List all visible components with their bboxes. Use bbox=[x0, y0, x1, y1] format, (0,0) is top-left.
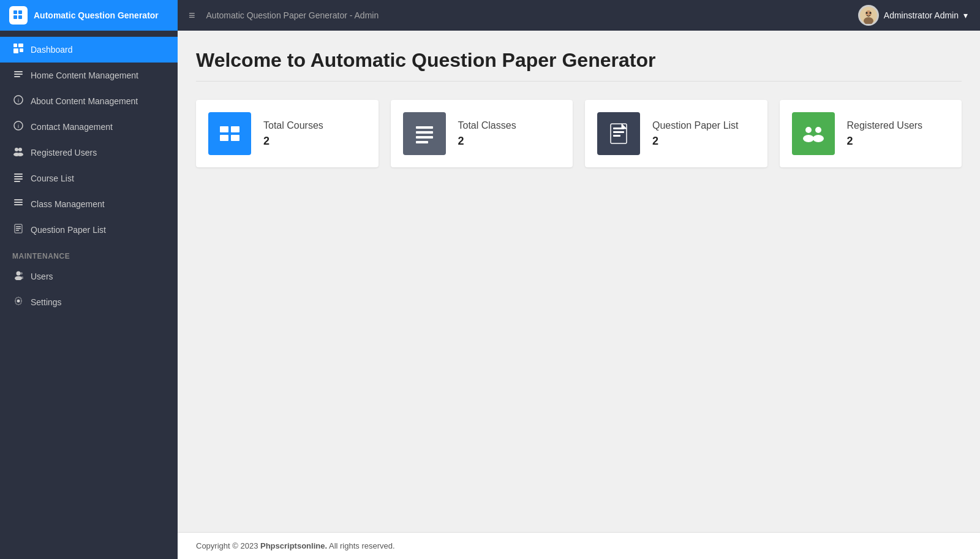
main-content: Welcome to Automatic Question Paper Gene… bbox=[178, 31, 980, 559]
svg-point-54 bbox=[803, 135, 814, 142]
contact-icon: i bbox=[12, 121, 24, 133]
svg-point-53 bbox=[815, 127, 821, 133]
card-label-classes: Total Classes bbox=[458, 120, 516, 131]
svg-point-52 bbox=[805, 127, 812, 133]
dashboard-cards-row: Total Courses 2 To bbox=[196, 100, 962, 167]
svg-rect-0 bbox=[13, 10, 17, 14]
svg-rect-43 bbox=[231, 135, 239, 141]
brand-icon bbox=[9, 6, 28, 25]
card-info-classes: Total Classes 2 bbox=[458, 120, 516, 148]
sidebar-item-course-list[interactable]: Course List bbox=[0, 165, 178, 191]
svg-text:i: i bbox=[18, 97, 19, 104]
svg-rect-3 bbox=[18, 15, 22, 19]
svg-rect-24 bbox=[14, 173, 23, 175]
sidebar-item-label: About Content Management bbox=[31, 96, 138, 106]
svg-rect-28 bbox=[14, 199, 23, 200]
svg-rect-41 bbox=[231, 126, 239, 132]
brand-text: Automatic Question Generator bbox=[34, 10, 159, 20]
class-management-icon bbox=[12, 198, 24, 210]
svg-rect-47 bbox=[416, 141, 428, 143]
sidebar-item-question-paper-list[interactable]: Question Paper List bbox=[0, 217, 178, 243]
sidebar-item-label: Home Content Management bbox=[31, 70, 138, 80]
card-info-courses: Total Courses 2 bbox=[263, 120, 323, 148]
card-icon-courses bbox=[208, 112, 251, 155]
page-wrapper: Dashboard Home Content Management i bbox=[0, 31, 980, 559]
sidebar-item-home-content[interactable]: Home Content Management bbox=[0, 63, 178, 88]
svg-rect-2 bbox=[13, 15, 17, 19]
footer-rights: All rights reserved. bbox=[327, 541, 395, 550]
card-total-classes: Total Classes 2 bbox=[391, 100, 573, 167]
svg-rect-13 bbox=[14, 71, 23, 72]
svg-rect-30 bbox=[14, 204, 23, 205]
navbar-brand: Automatic Question Generator bbox=[0, 0, 178, 31]
svg-text:i: i bbox=[18, 123, 19, 129]
svg-point-37 bbox=[20, 272, 23, 275]
card-value-reg-users: 2 bbox=[847, 135, 923, 148]
page-title: Welcome to Automatic Question Paper Gene… bbox=[196, 49, 962, 82]
sidebar: Dashboard Home Content Management i bbox=[0, 31, 178, 559]
svg-point-21 bbox=[18, 148, 22, 151]
maintenance-section-title: Maintenance bbox=[0, 243, 178, 264]
svg-rect-45 bbox=[416, 131, 433, 134]
user-avatar bbox=[858, 5, 879, 26]
card-icon-paper bbox=[597, 112, 640, 155]
card-label-reg-users: Registered Users bbox=[847, 120, 923, 131]
settings-icon bbox=[12, 296, 24, 308]
svg-point-20 bbox=[15, 148, 18, 151]
users-icon bbox=[12, 270, 24, 283]
svg-rect-9 bbox=[13, 44, 17, 47]
card-registered-users: Registered Users 2 bbox=[780, 100, 962, 167]
card-value-courses: 2 bbox=[263, 135, 323, 148]
sidebar-nav: Dashboard Home Content Management i bbox=[0, 31, 178, 321]
card-icon-reg-users bbox=[792, 112, 835, 155]
svg-rect-15 bbox=[14, 76, 20, 77]
card-icon-classes bbox=[403, 112, 446, 155]
sidebar-item-class-management[interactable]: Class Management bbox=[0, 191, 178, 217]
svg-point-7 bbox=[865, 12, 867, 14]
svg-point-35 bbox=[17, 272, 21, 276]
sidebar-item-dashboard[interactable]: Dashboard bbox=[0, 37, 178, 63]
user-dropdown-icon: ▾ bbox=[963, 10, 968, 20]
user-menu[interactable]: Adminstrator Admin ▾ bbox=[846, 5, 980, 26]
card-total-courses: Total Courses 2 bbox=[196, 100, 379, 167]
svg-rect-10 bbox=[18, 44, 23, 47]
svg-point-8 bbox=[869, 12, 871, 14]
sidebar-item-label: Users bbox=[31, 272, 53, 281]
svg-point-55 bbox=[813, 135, 824, 142]
sidebar-item-contact[interactable]: i Contact Management bbox=[0, 114, 178, 140]
registered-users-icon bbox=[12, 146, 24, 159]
sidebar-item-label: Contact Management bbox=[31, 122, 113, 132]
card-info-paper: Question Paper List 2 bbox=[652, 120, 739, 148]
svg-rect-12 bbox=[20, 48, 23, 52]
sidebar-item-users[interactable]: Users bbox=[0, 264, 178, 289]
content-area: Welcome to Automatic Question Paper Gene… bbox=[178, 31, 980, 532]
svg-rect-26 bbox=[14, 178, 23, 180]
top-navbar: Automatic Question Generator ≡ Automatic… bbox=[0, 0, 980, 31]
sidebar-item-label: Class Management bbox=[31, 199, 105, 209]
sidebar-item-registered-users[interactable]: Registered Users bbox=[0, 140, 178, 165]
svg-point-23 bbox=[17, 153, 23, 156]
about-content-icon: i bbox=[12, 95, 24, 107]
sidebar-item-about-content[interactable]: i About Content Management bbox=[0, 88, 178, 114]
sidebar-toggle[interactable]: ≡ bbox=[178, 9, 206, 22]
card-value-classes: 2 bbox=[458, 135, 516, 148]
footer-brand: Phpscriptsonline. bbox=[260, 541, 327, 550]
sidebar-item-settings[interactable]: Settings bbox=[0, 289, 178, 315]
card-question-paper: Question Paper List 2 bbox=[585, 100, 767, 167]
card-info-reg-users: Registered Users 2 bbox=[847, 120, 923, 148]
svg-rect-42 bbox=[220, 135, 228, 141]
user-name: Adminstrator Admin bbox=[884, 10, 959, 20]
navbar-page-title: Automatic Question Paper Generator - Adm… bbox=[206, 10, 846, 20]
home-content-icon bbox=[12, 69, 24, 82]
card-label-paper: Question Paper List bbox=[652, 120, 739, 131]
sidebar-item-label: Question Paper List bbox=[31, 225, 106, 235]
main-footer: Copyright © 2023 Phpscriptsonline. All r… bbox=[178, 532, 980, 559]
course-list-icon bbox=[12, 172, 24, 184]
svg-rect-51 bbox=[613, 135, 620, 137]
svg-rect-40 bbox=[220, 126, 228, 132]
svg-rect-32 bbox=[16, 226, 21, 227]
sidebar-item-label: Dashboard bbox=[31, 45, 73, 55]
question-paper-icon bbox=[12, 224, 24, 236]
card-value-paper: 2 bbox=[652, 135, 739, 148]
svg-point-39 bbox=[17, 300, 20, 303]
